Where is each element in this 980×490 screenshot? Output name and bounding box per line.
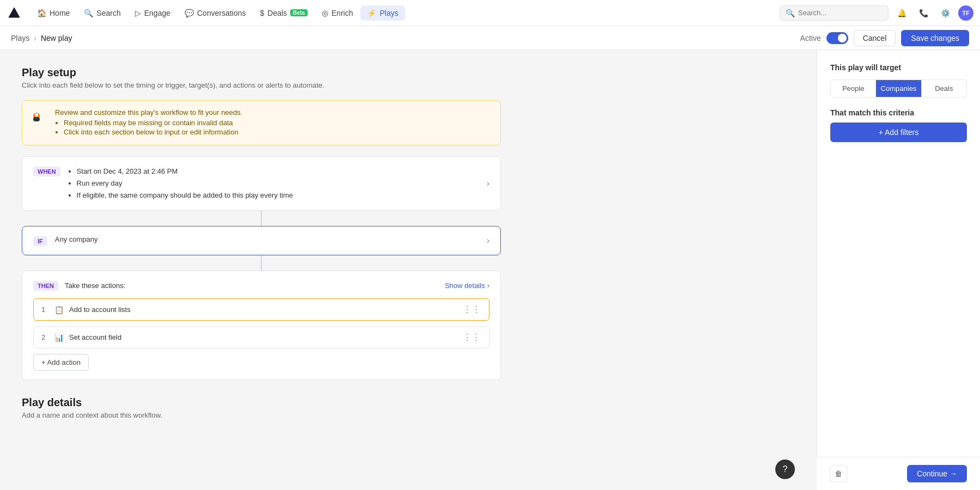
then-header-label: Take these actions: — [65, 281, 125, 290]
connector-1 — [22, 211, 501, 226]
avatar[interactable]: TF — [958, 5, 973, 21]
when-detail-1: Start on Dec 4, 2023 at 2:46 PM — [77, 166, 293, 177]
search-input[interactable] — [798, 9, 883, 17]
connector-2 — [22, 255, 501, 271]
plays-icon: ⚡ — [367, 9, 376, 17]
action-num-2: 2 — [41, 333, 54, 341]
play-details-title: Play details — [22, 396, 501, 409]
when-details: Start on Dec 4, 2023 at 2:46 PM Run ever… — [68, 166, 293, 201]
when-chevron-icon[interactable]: › — [487, 179, 489, 188]
breadcrumb-separator: › — [34, 34, 36, 42]
settings-icon[interactable]: ⚙️ — [936, 4, 954, 22]
app-logo[interactable] — [7, 5, 22, 21]
action-label-2: Set account field — [69, 333, 463, 341]
delete-button[interactable]: 🗑 — [830, 465, 847, 482]
global-search[interactable]: 🔍 — [780, 5, 889, 21]
play-setup-title: Play setup — [22, 66, 501, 79]
nav-plays[interactable]: ⚡ Plays — [360, 5, 405, 21]
conversations-icon: 💬 — [185, 9, 194, 17]
nav-engage[interactable]: ▷ Engage — [128, 5, 177, 21]
action-item-2[interactable]: 2 📊 Set account field ⋮⋮ — [33, 326, 489, 348]
engage-icon: ▷ — [135, 9, 141, 17]
warning-item-2: Click into each section below to input o… — [64, 128, 242, 136]
criteria-title: That match this criteria — [830, 108, 967, 117]
continue-button[interactable]: Continue → — [907, 465, 967, 482]
play-setup-subtitle: Click into each field below to set the t… — [22, 81, 501, 89]
breadcrumb-bar: Plays › New play Active Cancel Save chan… — [0, 26, 980, 50]
nav-enrich[interactable]: ◎ Enrich — [315, 5, 360, 21]
nav-search[interactable]: 🔍 Search — [77, 5, 127, 21]
warning-item-1: Required fields may be missing or contai… — [64, 119, 242, 127]
enrich-icon: ◎ — [322, 9, 328, 17]
nav-deals[interactable]: $ Deals Beta — [254, 5, 314, 21]
connector-line-2 — [261, 255, 262, 271]
help-button[interactable]: ? — [775, 460, 795, 479]
if-label: Any company — [55, 235, 98, 243]
then-header: THEN Take these actions: Show details › — [33, 280, 489, 291]
when-detail-3: If eligible, the same company should be … — [77, 189, 293, 201]
when-detail-2: Run every day — [77, 177, 293, 189]
top-nav: 🏠 Home 🔍 Search ▷ Engage 💬 Conversations… — [0, 0, 980, 26]
active-toggle[interactable] — [826, 32, 848, 44]
if-block[interactable]: IF Any company › — [22, 226, 501, 255]
main-content: Play setup Click into each field below t… — [0, 50, 523, 490]
cancel-button[interactable]: Cancel — [854, 30, 896, 46]
when-badge: WHEN — [33, 167, 60, 176]
then-block: THEN Take these actions: Show details › … — [22, 271, 501, 380]
show-details-chevron-icon: › — [487, 281, 489, 290]
target-people-button[interactable]: People — [831, 80, 876, 97]
search-icon: 🔍 — [84, 9, 93, 17]
show-details-button[interactable]: Show details › — [445, 281, 489, 290]
nav-right: 🔍 🔔 📞 ⚙️ TF — [780, 4, 973, 22]
action-menu-2[interactable]: ⋮⋮ — [463, 332, 481, 342]
target-buttons: People Companies Deals — [830, 79, 967, 97]
when-block-left: WHEN Start on Dec 4, 2023 at 2:46 PM Run… — [33, 166, 293, 201]
action-menu-1[interactable]: ⋮⋮ — [463, 304, 481, 315]
play-details-subtitle: Add a name and context about this workfl… — [22, 411, 501, 419]
main-layout: Play setup Click into each field below t… — [0, 50, 980, 490]
action-item-1[interactable]: 1 📋 Add to account lists ⋮⋮ — [33, 298, 489, 321]
active-label: Active — [800, 34, 821, 42]
deals-icon: $ — [260, 9, 265, 17]
save-changes-button[interactable]: Save changes — [901, 30, 969, 46]
warning-message: Review and customize this play's workflo… — [55, 108, 242, 117]
then-header-left: THEN Take these actions: — [33, 280, 125, 291]
bottom-bar: 🗑 Continue → — [817, 457, 980, 490]
play-details: Play details Add a name and context abou… — [22, 396, 501, 419]
then-badge: THEN — [33, 281, 58, 291]
panel-title: This play will target — [830, 63, 967, 72]
warning-banner: Review and customize this play's workflo… — [22, 100, 501, 145]
warning-text: Review and customize this play's workflo… — [55, 108, 242, 137]
notifications-bell-icon[interactable]: 🔔 — [893, 4, 910, 22]
if-badge: IF — [33, 236, 47, 246]
connector-line-1 — [261, 211, 262, 226]
if-block-left: IF Any company — [33, 235, 98, 246]
if-chevron-icon[interactable]: › — [487, 236, 489, 246]
warning-icon — [31, 108, 48, 128]
show-details-label: Show details — [445, 281, 485, 290]
breadcrumb-actions: Active Cancel Save changes — [800, 30, 969, 46]
nav-home[interactable]: 🏠 Home — [30, 5, 76, 21]
action-num-1: 1 — [41, 305, 54, 314]
add-action-button[interactable]: + Add action — [33, 354, 89, 371]
deals-beta-badge: Beta — [290, 9, 308, 16]
when-block[interactable]: WHEN Start on Dec 4, 2023 at 2:46 PM Run… — [22, 156, 501, 211]
add-filters-button[interactable]: + Add filters — [830, 122, 967, 142]
svg-rect-1 — [33, 117, 40, 121]
nav-items: 🏠 Home 🔍 Search ▷ Engage 💬 Conversations… — [30, 5, 780, 21]
right-panel: This play will target People Companies D… — [817, 50, 980, 490]
target-deals-button[interactable]: Deals — [922, 80, 966, 97]
action-label-1: Add to account lists — [69, 305, 463, 314]
breadcrumb-parent[interactable]: Plays — [11, 34, 29, 42]
phone-icon[interactable]: 📞 — [915, 4, 932, 22]
nav-conversations[interactable]: 💬 Conversations — [178, 5, 253, 21]
breadcrumb-current: New play — [41, 34, 72, 42]
target-companies-button[interactable]: Companies — [876, 80, 921, 97]
action-icon-2: 📊 — [54, 333, 64, 342]
svg-point-2 — [35, 113, 38, 117]
search-icon-nav: 🔍 — [786, 9, 795, 17]
home-icon: 🏠 — [37, 9, 46, 17]
action-icon-1: 📋 — [54, 305, 64, 314]
breadcrumb: Plays › New play — [11, 34, 72, 42]
